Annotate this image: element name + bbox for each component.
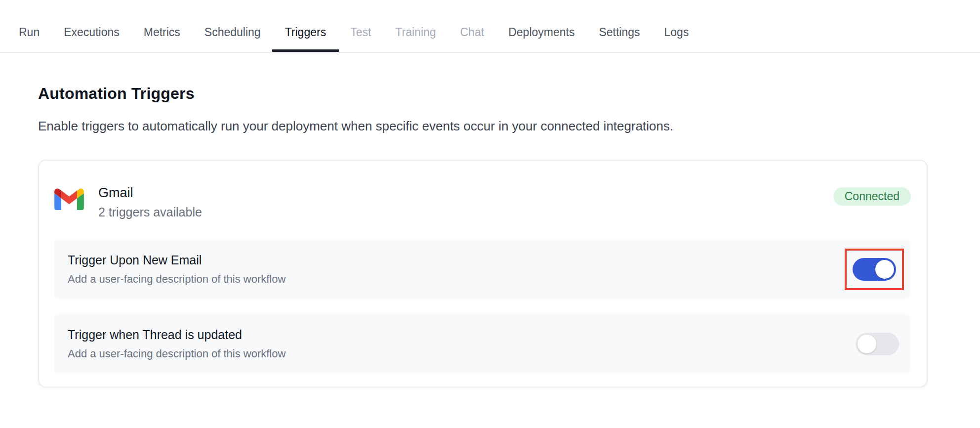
tab-run[interactable]: Run [19,13,40,52]
integration-text: Gmail 2 triggers available [98,185,202,219]
trigger-title: Trigger Upon New Email [68,253,286,267]
integration-name: Gmail [98,185,202,201]
trigger-text: Trigger when Thread is updated Add a use… [68,328,286,360]
tab-training: Training [395,13,436,52]
tab-executions[interactable]: Executions [64,13,120,52]
trigger-title: Trigger when Thread is updated [68,328,286,342]
tab-chat: Chat [460,13,485,52]
toggle-trigger-thread-updated[interactable] [856,333,899,355]
integration-identity: Gmail 2 triggers available [54,185,202,219]
toggle-knob [858,335,876,353]
annotation-highlight-box [845,249,904,290]
tab-bar: Run Executions Metrics Scheduling Trigge… [0,0,980,53]
trigger-row-new-email: Trigger Upon New Email Add a user-facing… [54,239,911,299]
trigger-description: Add a user-facing description of this wo… [68,273,286,286]
gmail-icon [54,187,84,210]
integration-card-header: Gmail 2 triggers available Connected [54,185,911,219]
tab-triggers[interactable]: Triggers [285,13,327,52]
integration-subtitle: 2 triggers available [98,205,202,219]
tab-scheduling[interactable]: Scheduling [204,13,261,52]
tab-settings[interactable]: Settings [599,13,640,52]
page-description: Enable triggers to automatically run you… [38,119,928,134]
tab-deployments[interactable]: Deployments [508,13,574,52]
triggers-page: Automation Triggers Enable triggers to a… [38,85,928,387]
page-title: Automation Triggers [38,85,928,103]
connected-status-badge: Connected [833,187,911,206]
tab-logs[interactable]: Logs [664,13,689,52]
tab-metrics[interactable]: Metrics [144,13,180,52]
toggle-knob [875,260,894,279]
trigger-description: Add a user-facing description of this wo… [68,347,286,360]
trigger-text: Trigger Upon New Email Add a user-facing… [68,253,286,286]
toggle-trigger-upon-new-email[interactable] [853,258,896,281]
gmail-integration-card: Gmail 2 triggers available Connected Tri… [38,160,928,387]
trigger-row-thread-updated: Trigger when Thread is updated Add a use… [54,314,911,374]
tab-test: Test [350,13,371,52]
